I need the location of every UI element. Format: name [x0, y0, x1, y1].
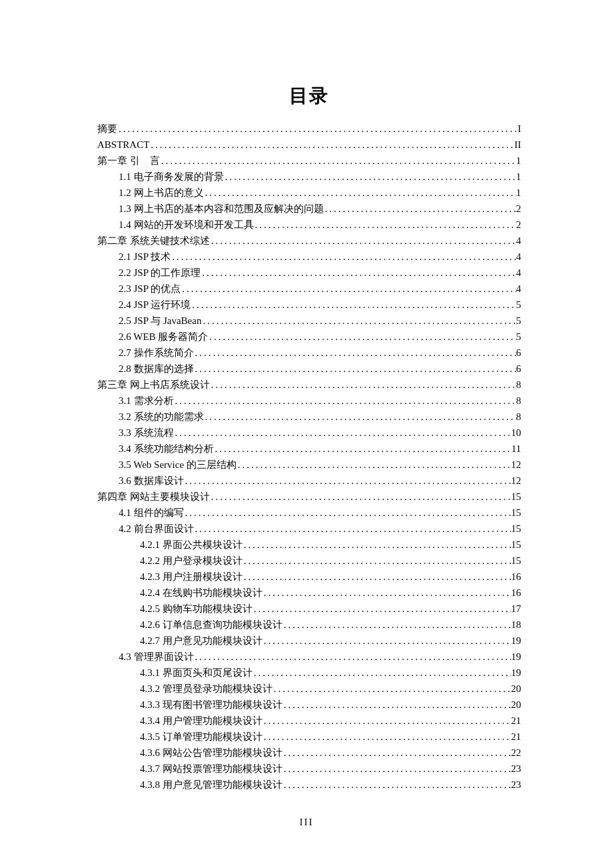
toc-entry-label: 4.1 组件的编写 — [119, 505, 184, 521]
toc-entry: 4.3 管理界面设计19 — [119, 649, 521, 665]
toc-entry-label: 2.2 JSP 的工作原理 — [119, 265, 201, 281]
toc-dots — [263, 713, 511, 729]
toc-dots — [194, 521, 512, 537]
toc-entry-page: 5 — [516, 297, 522, 313]
toc-entry-label: 2.6 WEB 服务器简介 — [119, 329, 208, 345]
toc-dots — [160, 153, 516, 169]
toc-entry-label: 2.5 JSP 与 JavaBean — [119, 313, 201, 329]
toc-entry-label: 2.8 数据库的选择 — [119, 361, 194, 377]
toc-entry-page: 15 — [511, 521, 521, 537]
toc-entry-label: 第四章 网站主要模块设计 — [97, 489, 210, 505]
toc-entry: 第二章 系统关键技术综述4 — [97, 233, 521, 249]
toc-entry-label: 2.1 JSP 技术 — [119, 249, 171, 265]
toc-entry: 4.2.7 用户意见功能模块设计19 — [140, 633, 521, 649]
toc-entry: 1.3 网上书店的基本内容和范围及应解决的问题2 — [119, 201, 521, 217]
toc-dots — [283, 745, 511, 761]
toc-entry-page: 4 — [516, 233, 522, 249]
toc-entry: 3.1 需求分析8 — [119, 393, 521, 409]
toc-entry-page: 8 — [516, 393, 522, 409]
toc-entry: 2.5 JSP 与 JavaBean5 — [119, 313, 521, 329]
toc-entry-label: 3.6 数据库设计 — [119, 473, 184, 489]
toc-entry-page: 8 — [516, 377, 522, 393]
toc-dots — [253, 601, 511, 617]
toc-entry-label: 第三章 网上书店系统设计 — [97, 377, 210, 393]
toc-entry: 4.2.4 在线购书功能模块设计16 — [140, 585, 521, 601]
toc-entry-page: II — [514, 137, 521, 153]
toc-entry-label: 4.3.4 用户管理功能模块设计 — [140, 713, 263, 729]
toc-entry-page: 8 — [516, 409, 522, 425]
toc-dots — [149, 137, 514, 153]
toc-entry-label: 4.2.6 订单信息查询功能模块设计 — [140, 617, 283, 633]
toc-entry: 2.8 数据库的选择6 — [119, 361, 521, 377]
toc-entry-page: 16 — [511, 585, 521, 601]
toc-dots — [254, 217, 516, 233]
toc-entry-page: 4 — [516, 249, 522, 265]
toc-entry-page: 6 — [516, 361, 522, 377]
toc-dots — [174, 393, 516, 409]
toc-dots — [210, 377, 516, 393]
toc-entry-label: 3.1 需求分析 — [119, 393, 174, 409]
toc-entry-label: 3.3 系统流程 — [119, 425, 174, 441]
toc-entry-label: 摘要 — [97, 121, 117, 137]
toc-entry-label: 4.3.5 订单管理功能模块设计 — [140, 729, 263, 745]
toc-entry-label: 2.7 操作系统简介 — [119, 345, 194, 361]
toc-entry-page: 11 — [512, 441, 521, 457]
toc-entry-page: 15 — [511, 505, 521, 521]
toc-entry-label: 4.3.1 界面页头和页尾设计 — [140, 665, 253, 681]
toc-entry: 4.3.1 界面页头和页尾设计19 — [140, 665, 521, 681]
toc-dots — [184, 505, 512, 521]
toc-entry-label: 4.2.4 在线购书功能模块设计 — [140, 585, 263, 601]
toc-entry-page: 2 — [516, 217, 522, 233]
toc-dots — [194, 345, 516, 361]
toc-dots — [174, 425, 512, 441]
toc-entry: 2.3 JSP 的优点4 — [119, 281, 521, 297]
toc-entry-label: 4.2.1 界面公共模块设计 — [140, 537, 243, 553]
toc-entry-page: 15 — [511, 553, 521, 569]
toc-entry: 4.3.2 管理员登录功能模块设计20 — [140, 681, 521, 697]
toc-entry: 3.2 系统的功能需求8 — [119, 409, 521, 425]
toc-entry: 3.5 Web Service 的三层结构12 — [119, 457, 521, 473]
toc-entry-label: 3.2 系统的功能需求 — [119, 409, 204, 425]
toc-dots — [181, 281, 516, 297]
toc-dots — [243, 537, 511, 553]
toc-dots — [273, 681, 511, 697]
toc-dots — [204, 185, 516, 201]
toc-entry: 1.1 电子商务发展的背景1 — [119, 169, 521, 185]
toc-entry-label: 第二章 系统关键技术综述 — [97, 233, 210, 249]
toc-dots — [194, 361, 516, 377]
toc-entry-label: 2.4 JSP 运行环境 — [119, 297, 191, 313]
toc-entry-page: 15 — [511, 489, 521, 505]
toc-entry-label: 4.3 管理界面设计 — [119, 649, 194, 665]
toc-entry-page: 1 — [516, 169, 522, 185]
toc-entry: 摘要I — [97, 121, 521, 137]
toc-entry-label: 2.3 JSP 的优点 — [119, 281, 181, 297]
toc-entry: 3.6 数据库设计12 — [119, 473, 521, 489]
toc-entry: 4.2.1 界面公共模块设计15 — [140, 537, 521, 553]
toc-entry: ABSTRACTII — [97, 137, 521, 153]
toc-entry-page: 4 — [516, 265, 522, 281]
toc-entry: 2.6 WEB 服务器简介5 — [119, 329, 521, 345]
toc-entry-page: 5 — [516, 313, 522, 329]
toc-entry-label: 1.1 电子商务发展的背景 — [119, 169, 224, 185]
toc-entry-page: 20 — [511, 697, 521, 713]
toc-entry: 1.2 网上书店的意义1 — [119, 185, 521, 201]
toc-entry: 4.2.5 购物车功能模块设计17 — [140, 601, 521, 617]
toc-entry-page: 15 — [511, 537, 521, 553]
toc-dots — [283, 777, 511, 793]
toc-entry-label: 3.5 Web Service 的三层结构 — [119, 457, 237, 473]
toc-entry-label: 1.4 网站的开发环境和开发工具 — [119, 217, 254, 233]
toc-entry: 第三章 网上书店系统设计8 — [97, 377, 521, 393]
toc-entry-page: 10 — [511, 425, 521, 441]
toc-entry-label: 4.2.7 用户意见功能模块设计 — [140, 633, 263, 649]
toc-entry-page: 22 — [511, 745, 521, 761]
toc-entry-page: 2 — [516, 201, 522, 217]
toc-entry: 4.3.3 现有图书管理功能模块设计20 — [140, 697, 521, 713]
toc-entry-page: 19 — [511, 633, 521, 649]
toc-entry-label: 4.3.7 网站投票管理功能模块设计 — [140, 761, 283, 777]
toc-entry-page: 20 — [511, 681, 521, 697]
toc-entry: 4.2.3 用户注册模块设计16 — [140, 569, 521, 585]
toc-dots — [191, 297, 516, 313]
toc-entry-page: 21 — [511, 729, 521, 745]
toc-entry-page: 23 — [511, 777, 521, 793]
toc-container: 摘要IABSTRACTII第一章 引 言11.1 电子商务发展的背景11.2 网… — [97, 121, 521, 793]
